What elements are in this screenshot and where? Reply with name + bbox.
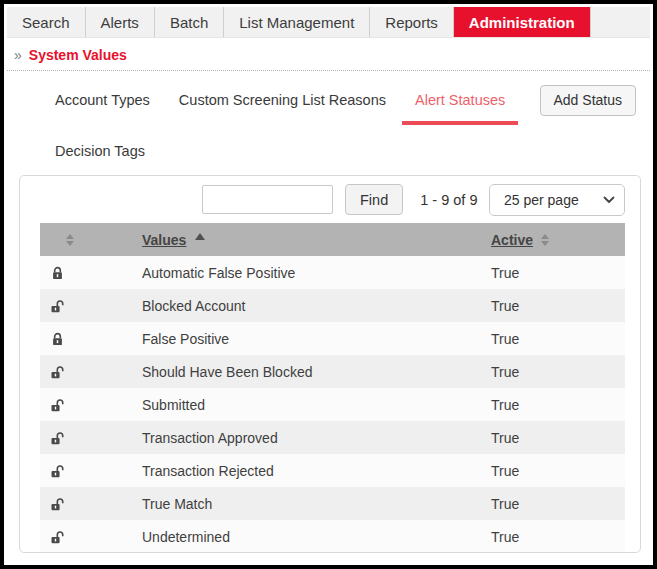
- find-button[interactable]: Find: [345, 184, 403, 215]
- unlock-icon: [50, 298, 137, 314]
- column-header-lock[interactable]: [40, 223, 137, 256]
- table-row[interactable]: Transaction Rejected True: [40, 454, 625, 487]
- table-row[interactable]: True Match True: [40, 487, 625, 520]
- table-header-row: Values Active: [40, 223, 625, 256]
- table-row[interactable]: Submitted True: [40, 388, 625, 421]
- table-row[interactable]: Automatic False Positive True: [40, 256, 625, 289]
- sort-arrows-icon[interactable]: [541, 234, 549, 246]
- nav-item-search[interactable]: Search: [7, 7, 86, 37]
- tabs-area: Account Types Custom Screening List Reas…: [7, 71, 650, 161]
- table-toolbar: Find 1 - 9 of 9 25 per page: [20, 176, 640, 223]
- row-value: Blocked Account: [137, 289, 489, 322]
- sort-arrows-icon[interactable]: [66, 234, 74, 246]
- row-value: Transaction Rejected: [137, 454, 489, 487]
- top-nav: Search Alerts Batch List Management Repo…: [7, 7, 650, 38]
- tab-account-types[interactable]: Account Types: [55, 92, 150, 110]
- table-row[interactable]: Blocked Account True: [40, 289, 625, 322]
- table-row[interactable]: Should Have Been Blocked True: [40, 355, 625, 388]
- add-status-button[interactable]: Add Status: [540, 85, 637, 116]
- nav-item-alerts[interactable]: Alerts: [86, 7, 155, 37]
- tabs-row-1: Account Types Custom Screening List Reas…: [55, 85, 636, 116]
- row-active: True: [489, 520, 625, 553]
- nav-item-list-management[interactable]: List Management: [224, 7, 370, 37]
- result-range-text: 1 - 9 of 9: [420, 192, 477, 208]
- tabs-row-2: Decision Tags: [55, 143, 636, 161]
- table-row[interactable]: Undetermined True: [40, 520, 625, 553]
- row-value: Should Have Been Blocked: [137, 355, 489, 388]
- row-active: True: [489, 454, 625, 487]
- row-value: False Positive: [137, 322, 489, 355]
- unlock-icon: [50, 496, 137, 512]
- row-active: True: [489, 421, 625, 454]
- row-active: True: [489, 256, 625, 289]
- alert-statuses-panel: Find 1 - 9 of 9 25 per page: [19, 175, 641, 553]
- nav-item-administration[interactable]: Administration: [454, 7, 591, 37]
- row-value: Submitted: [137, 388, 489, 421]
- row-value: Automatic False Positive: [137, 256, 489, 289]
- lock-icon: [50, 265, 137, 281]
- row-active: True: [489, 355, 625, 388]
- tab-decision-tags[interactable]: Decision Tags: [55, 143, 145, 161]
- nav-item-reports[interactable]: Reports: [370, 7, 454, 37]
- alert-statuses-table: Values Active: [40, 223, 625, 553]
- column-header-active[interactable]: Active: [489, 223, 625, 256]
- tab-custom-screening-list-reasons[interactable]: Custom Screening List Reasons: [179, 92, 386, 110]
- row-active: True: [489, 487, 625, 520]
- page-size-select-wrap: 25 per page: [489, 184, 625, 216]
- tab-alert-statuses[interactable]: Alert Statuses: [415, 92, 505, 110]
- row-active: True: [489, 322, 625, 355]
- unlock-icon: [50, 364, 137, 380]
- breadcrumb: » System Values: [7, 38, 650, 70]
- nav-item-batch[interactable]: Batch: [155, 7, 224, 37]
- page-title: System Values: [29, 47, 127, 63]
- row-value: Undetermined: [137, 520, 489, 553]
- unlock-icon: [50, 397, 137, 413]
- search-input[interactable]: [202, 185, 333, 214]
- page-size-select[interactable]: 25 per page: [489, 184, 625, 216]
- row-value: Transaction Approved: [137, 421, 489, 454]
- row-active: True: [489, 388, 625, 421]
- app-frame: Search Alerts Batch List Management Repo…: [4, 4, 653, 553]
- table-row[interactable]: Transaction Approved True: [40, 421, 625, 454]
- column-header-values[interactable]: Values: [137, 223, 489, 256]
- unlock-icon: [50, 463, 137, 479]
- table-row[interactable]: False Positive True: [40, 322, 625, 355]
- row-value: True Match: [137, 487, 489, 520]
- row-active: True: [489, 289, 625, 322]
- lock-icon: [50, 331, 137, 347]
- unlock-icon: [50, 430, 137, 446]
- unlock-icon: [50, 529, 137, 545]
- breadcrumb-chevron-icon: »: [14, 47, 22, 63]
- sort-asc-icon: [195, 233, 205, 240]
